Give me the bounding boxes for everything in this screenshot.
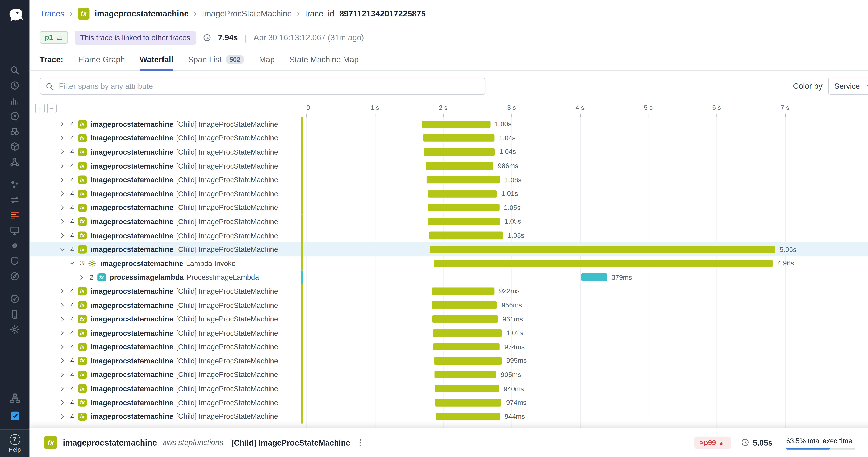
- span-row[interactable]: 4fximageprocstatemachine[Child] ImagePro…: [30, 228, 868, 242]
- chevron-right-icon[interactable]: [59, 190, 66, 197]
- span-bar[interactable]: [432, 315, 498, 323]
- span-bar[interactable]: [427, 176, 500, 184]
- chevron-right-icon[interactable]: [59, 316, 66, 322]
- span-row[interactable]: 4fximageprocstatemachine[Child] ImagePro…: [30, 284, 868, 298]
- span-bar[interactable]: [424, 148, 495, 156]
- sidebar-item-apm[interactable]: [0, 154, 30, 169]
- chevron-right-icon[interactable]: [78, 274, 85, 281]
- chevron-right-icon[interactable]: [59, 357, 66, 364]
- chevron-right-icon[interactable]: [59, 149, 66, 155]
- chevron-right-icon[interactable]: [59, 385, 66, 392]
- sidebar-item-workspace[interactable]: [0, 407, 30, 425]
- sidebar-item-binoculars[interactable]: [0, 123, 30, 139]
- priority-badge[interactable]: p1: [39, 31, 68, 43]
- chevron-right-icon[interactable]: [59, 232, 66, 239]
- p99-badge[interactable]: >p99: [694, 436, 731, 449]
- span-row[interactable]: 4fximageprocstatemachine[Child] ImagePro…: [30, 410, 868, 424]
- span-bar[interactable]: [434, 357, 502, 364]
- span-bar[interactable]: [430, 246, 775, 253]
- sidebar-item-rum[interactable]: [0, 268, 30, 284]
- chevron-down-icon[interactable]: [69, 260, 76, 267]
- chevron-right-icon[interactable]: [59, 302, 66, 308]
- tab-state-machine-map[interactable]: State Machine Map: [289, 49, 359, 70]
- span-row[interactable]: 4fximageprocstatemachine[Child] ImagePro…: [30, 242, 868, 256]
- span-bar[interactable]: [435, 385, 499, 392]
- span-row[interactable]: 4fximageprocstatemachine[Child] ImagePro…: [30, 117, 868, 131]
- chevron-right-icon[interactable]: [59, 413, 66, 420]
- span-row[interactable]: 4fximageprocstatemachine[Child] ImagePro…: [30, 368, 868, 382]
- chevron-down-icon[interactable]: [59, 246, 66, 253]
- span-bar[interactable]: [435, 399, 501, 406]
- span-row[interactable]: 2fxprocessimagelambdaProcessImageLambda3…: [30, 270, 868, 284]
- chevron-right-icon[interactable]: [59, 330, 66, 336]
- sidebar-item-mobile[interactable]: [0, 306, 30, 322]
- collapse-all-button[interactable]: −: [47, 104, 57, 113]
- span-bar[interactable]: [436, 413, 500, 420]
- chevron-right-icon[interactable]: [59, 218, 66, 225]
- span-row[interactable]: 4fximageprocstatemachine[Child] ImagePro…: [30, 312, 868, 326]
- span-bar[interactable]: [422, 121, 490, 128]
- sidebar-item-monitors[interactable]: [0, 222, 30, 238]
- breadcrumb-traces-link[interactable]: Traces: [39, 9, 64, 18]
- span-row[interactable]: 4fximageprocstatemachine[Child] ImagePro…: [30, 215, 868, 228]
- span-row[interactable]: 4fximageprocstatemachine[Child] ImagePro…: [30, 326, 868, 340]
- span-row[interactable]: 3imageprocstatemachineLambda Invoke4.96s: [30, 256, 868, 270]
- chevron-right-icon[interactable]: [59, 399, 66, 406]
- span-row[interactable]: 4fximageprocstatemachine[Child] ImagePro…: [30, 382, 868, 396]
- datadog-logo[interactable]: [0, 0, 30, 28]
- sidebar-item-synthetics[interactable]: [0, 192, 30, 207]
- span-bar[interactable]: [426, 162, 493, 169]
- tab-map[interactable]: Map: [259, 49, 275, 70]
- span-bar[interactable]: [581, 273, 607, 281]
- tab-flame-graph[interactable]: Flame Graph: [78, 49, 125, 70]
- linked-traces-badge[interactable]: This trace is linked to other traces: [74, 30, 196, 44]
- span-filter[interactable]: [39, 77, 485, 95]
- span-bar[interactable]: [432, 301, 497, 309]
- span-row[interactable]: 4fximageprocstatemachine[Child] ImagePro…: [30, 201, 868, 215]
- sidebar-item-search[interactable]: [0, 62, 30, 77]
- sidebar-item-ci[interactable]: [0, 291, 30, 306]
- more-options-button[interactable]: [356, 438, 365, 447]
- span-bar[interactable]: [434, 371, 496, 379]
- span-row[interactable]: 4fximageprocstatemachine[Child] ImagePro…: [30, 396, 868, 410]
- sidebar-item-history[interactable]: [0, 77, 30, 93]
- color-by-select[interactable]: Service: [828, 77, 868, 95]
- span-bar[interactable]: [433, 329, 502, 336]
- sidebar-item-integrations[interactable]: [0, 238, 30, 253]
- breadcrumb-resource[interactable]: ImageProcStateMachine: [202, 9, 292, 18]
- chevron-right-icon[interactable]: [59, 288, 66, 295]
- sidebar-item-watchdog[interactable]: [0, 108, 30, 123]
- tab-span-list[interactable]: Span List502: [188, 49, 244, 70]
- chevron-right-icon[interactable]: [59, 176, 66, 183]
- expand-all-button[interactable]: +: [35, 104, 44, 113]
- chevron-right-icon[interactable]: [59, 344, 66, 350]
- sidebar-item-services[interactable]: [0, 176, 30, 192]
- span-row[interactable]: 4fximageprocstatemachine[Child] ImagePro…: [30, 173, 868, 187]
- span-bar[interactable]: [432, 288, 495, 295]
- span-bar[interactable]: [433, 343, 500, 351]
- span-row[interactable]: 4fximageprocstatemachine[Child] ImagePro…: [30, 298, 868, 312]
- chevron-right-icon[interactable]: [59, 121, 66, 128]
- span-bar[interactable]: [428, 204, 499, 211]
- breadcrumb-service[interactable]: imageprocstatemachine: [95, 9, 189, 18]
- sidebar-item-security[interactable]: [0, 253, 30, 268]
- sidebar-item-settings[interactable]: [0, 322, 30, 337]
- span-bar[interactable]: [428, 190, 497, 197]
- span-row[interactable]: 4fximageprocstatemachine[Child] ImagePro…: [30, 187, 868, 201]
- span-bar[interactable]: [428, 218, 500, 225]
- span-row[interactable]: 4fximageprocstatemachine[Child] ImagePro…: [30, 354, 868, 368]
- span-row[interactable]: 4fximageprocstatemachine[Child] ImagePro…: [30, 340, 868, 354]
- chevron-right-icon[interactable]: [59, 371, 66, 378]
- tab-waterfall[interactable]: Waterfall: [140, 49, 174, 70]
- chevron-right-icon[interactable]: [59, 204, 66, 211]
- sidebar-item-dashboards[interactable]: [0, 93, 30, 108]
- chevron-right-icon[interactable]: [59, 135, 66, 141]
- span-bar[interactable]: [429, 232, 503, 239]
- sidebar-item-org[interactable]: [0, 390, 30, 407]
- span-filter-input[interactable]: [58, 81, 480, 91]
- span-row[interactable]: 4fximageprocstatemachine[Child] ImagePro…: [30, 159, 868, 173]
- help-button[interactable]: ? Help: [0, 429, 30, 457]
- span-row[interactable]: 4fximageprocstatemachine[Child] ImagePro…: [30, 145, 868, 159]
- chevron-right-icon[interactable]: [59, 163, 66, 169]
- sidebar-item-infrastructure[interactable]: [0, 139, 30, 154]
